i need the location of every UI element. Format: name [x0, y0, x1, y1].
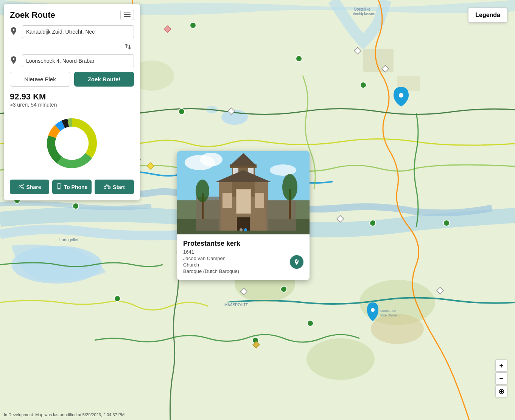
share-icon — [18, 183, 24, 191]
zoek-route-button[interactable]: Zoek Route! — [74, 72, 134, 87]
to-phone-button[interactable]: To Phone — [52, 180, 92, 194]
popup-style: Baroque (Dutch Baroque) — [183, 268, 303, 274]
status-bar: In Development. Map was last-modified at… — [4, 412, 124, 417]
zoom-controls: + − ⊕ — [495, 360, 507, 397]
poi-popup: Protestantse kerk 1641 Jacob van Campen … — [177, 151, 310, 280]
to-input[interactable] — [22, 54, 134, 67]
popup-image — [177, 151, 310, 234]
svg-point-10 — [371, 314, 424, 344]
svg-rect-82 — [196, 197, 221, 231]
nieuwe-plek-button[interactable]: Nieuwe Plek — [10, 72, 70, 87]
svg-point-19 — [73, 203, 79, 209]
popup-architect: Jacob van Campen — [183, 256, 303, 261]
from-pin-icon — [10, 27, 19, 36]
svg-point-87 — [196, 180, 209, 202]
svg-rect-46 — [124, 16, 131, 17]
from-input[interactable] — [22, 25, 134, 38]
svg-point-24 — [281, 286, 287, 292]
svg-rect-79 — [222, 193, 232, 208]
start-label: Start — [113, 184, 125, 190]
svg-point-64 — [200, 153, 222, 166]
route-time: ≈3 uren, 54 minuten — [10, 102, 134, 108]
svg-text:Inse Duinen: Inse Duinen — [380, 313, 398, 317]
add-to-route-button[interactable]: + — [290, 255, 303, 269]
svg-rect-45 — [124, 14, 131, 15]
svg-rect-80 — [255, 193, 264, 208]
svg-rect-44 — [124, 12, 131, 12]
popup-type: Church — [183, 262, 303, 268]
to-pin-icon — [10, 56, 19, 65]
swap-directions-button[interactable] — [122, 42, 134, 53]
popup-year: 1641 — [183, 249, 303, 255]
share-button[interactable]: Share — [10, 180, 49, 194]
svg-point-14 — [360, 82, 366, 88]
route-panel: Zoek Route — [4, 4, 140, 200]
to-phone-label: To Phone — [64, 184, 88, 190]
share-label: Share — [26, 184, 41, 190]
svg-point-37 — [371, 308, 375, 312]
svg-text:Oostelijke: Oostelijke — [354, 7, 370, 11]
svg-point-17 — [114, 296, 120, 302]
phone-icon — [56, 183, 62, 191]
popup-dot-1[interactable] — [240, 228, 243, 231]
svg-point-12 — [190, 22, 196, 28]
svg-point-54 — [55, 127, 89, 160]
svg-text:Vechtplassen: Vechtplassen — [353, 12, 375, 16]
svg-point-15 — [179, 108, 185, 115]
svg-point-22 — [370, 220, 376, 226]
donut-chart — [10, 113, 134, 174]
svg-point-55 — [22, 184, 23, 185]
svg-point-65 — [270, 164, 296, 176]
collapse-button[interactable] — [120, 10, 134, 20]
svg-point-13 — [296, 56, 302, 62]
panel-title: Zoek Route — [10, 10, 55, 20]
svg-point-85 — [282, 174, 297, 200]
svg-point-57 — [22, 188, 23, 189]
svg-rect-78 — [237, 190, 250, 213]
svg-rect-59 — [58, 188, 60, 189]
start-button[interactable]: Start — [95, 180, 134, 194]
legenda-button[interactable]: Legenda — [468, 8, 507, 23]
svg-point-56 — [19, 186, 20, 187]
popup-name: Protestantse kerk — [183, 240, 303, 248]
svg-point-21 — [307, 320, 313, 326]
svg-text:Loonse en: Loonse en — [380, 309, 396, 313]
zoom-reset-button[interactable]: ⊕ — [495, 385, 507, 397]
svg-point-36 — [399, 93, 403, 98]
svg-text:MAASROUTE: MAASROUTE — [224, 303, 249, 307]
svg-rect-83 — [266, 200, 296, 231]
svg-point-2 — [221, 110, 248, 125]
route-distance: 92.93 KM — [10, 92, 134, 102]
popup-dot-2[interactable] — [244, 228, 247, 231]
svg-point-9 — [307, 338, 375, 380]
svg-text:+: + — [298, 259, 299, 262]
svg-text:Haringvliet: Haringvliet — [59, 237, 78, 242]
zoom-out-button[interactable]: − — [495, 372, 507, 384]
svg-point-23 — [443, 220, 450, 226]
bike-icon — [104, 184, 110, 190]
status-text: In Development. Map was last-modified at… — [4, 412, 124, 417]
zoom-in-button[interactable]: + — [495, 360, 507, 372]
